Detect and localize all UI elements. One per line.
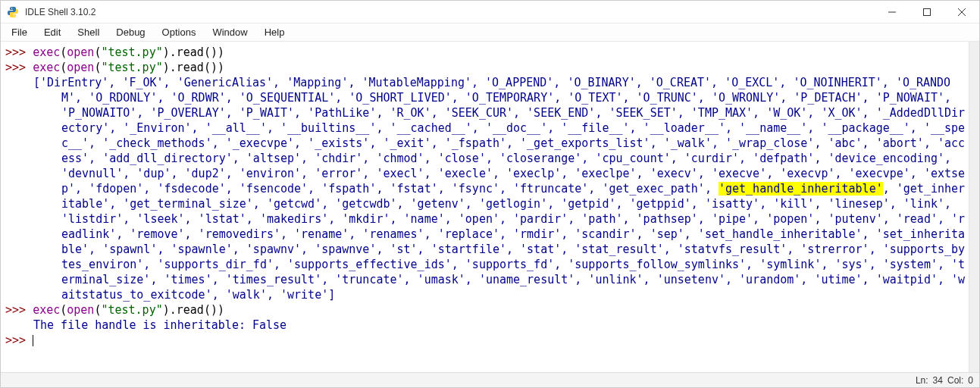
shell-text[interactable]: >>> exec(open("test.py").read()) >>> exe… [1, 42, 969, 372]
output-list-post: , 'get_inheritable', 'get_terminal_size'… [61, 182, 965, 302]
string-literal: "test.py" [101, 45, 162, 59]
menubar: File Edit Shell Debug Options Window Hel… [1, 23, 979, 42]
menu-file[interactable]: File [4, 25, 35, 39]
kw-open: open [67, 45, 94, 59]
editor-area: >>> exec(open("test.py").read()) >>> exe… [1, 42, 979, 372]
output-message: The file handle is inheritable: False [33, 318, 286, 332]
window-controls [875, 1, 979, 23]
prompt: >>> [5, 303, 33, 317]
menu-options[interactable]: Options [155, 25, 204, 39]
app-window: IDLE Shell 3.10.2 File Edit Shell Debug … [0, 0, 980, 388]
maximize-button[interactable] [910, 1, 944, 23]
kw-exec: exec [33, 61, 60, 74]
menu-help[interactable]: Help [257, 25, 293, 39]
minimize-button[interactable] [875, 1, 910, 23]
menu-window[interactable]: Window [205, 25, 255, 39]
python-idle-icon [7, 6, 19, 18]
prompt: >>> [5, 45, 33, 59]
menu-shell[interactable]: Shell [70, 25, 107, 39]
kw-open: open [67, 303, 94, 317]
line-value: 34 [933, 375, 943, 386]
kw-exec: exec [33, 303, 60, 317]
string-literal: "test.py" [101, 61, 162, 74]
col-value: 0 [968, 375, 973, 386]
prompt: >>> [5, 61, 33, 74]
kw-exec: exec [33, 45, 60, 59]
statusbar: Ln: 34 Col: 0 [1, 372, 979, 387]
menu-debug[interactable]: Debug [108, 25, 152, 39]
kw-open: open [67, 61, 94, 74]
output-list-pre: ['DirEntry', 'F_OK', 'GenericAlias', 'Ma… [33, 76, 965, 196]
window-title: IDLE Shell 3.10.2 [25, 7, 875, 17]
close-button[interactable] [944, 1, 979, 23]
svg-rect-0 [924, 8, 931, 15]
menu-edit[interactable]: Edit [36, 25, 68, 39]
highlighted-item: 'get_handle_inheritable' [719, 182, 883, 196]
titlebar: IDLE Shell 3.10.2 [1, 1, 979, 23]
col-label: Col: [947, 375, 963, 386]
prompt: >>> [5, 333, 33, 347]
vertical-scrollbar[interactable] [969, 42, 979, 372]
text-cursor [33, 335, 33, 346]
string-literal: "test.py" [101, 303, 162, 317]
line-label: Ln: [916, 375, 928, 386]
